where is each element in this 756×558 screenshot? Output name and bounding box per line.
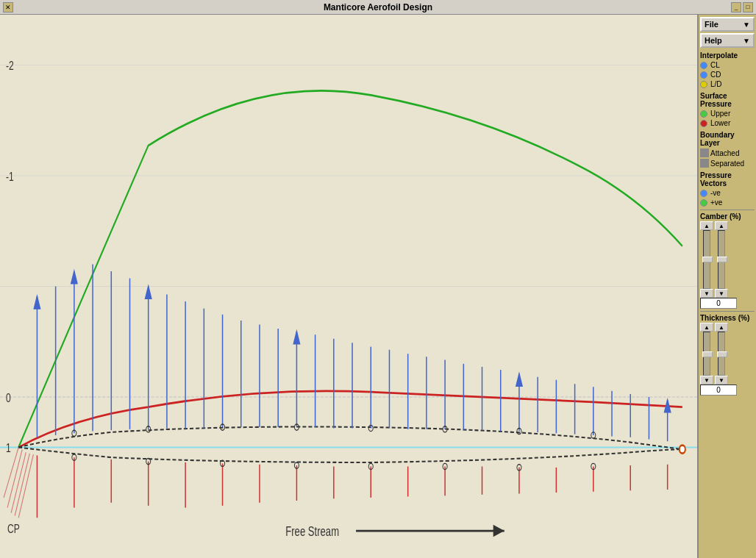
thickness-control: ▲ ▼ ▲ ▼ xyxy=(700,323,755,384)
interpolate-section-label: Interpolate xyxy=(700,51,755,60)
canvas-area: -2 -1 0 1 CP xyxy=(0,15,697,558)
thickness-value-input[interactable] xyxy=(700,384,737,396)
boundary-layer-label: Boundary Layer xyxy=(700,131,755,147)
right-panel: File ▼ Help ▼ Interpolate CL CD L/D Surf… xyxy=(697,15,756,558)
cd-radio-dot xyxy=(700,71,707,79)
svg-point-78 xyxy=(680,446,685,454)
svg-text:Free Stream: Free Stream xyxy=(285,524,339,538)
neg-ve-radio-row: -ve xyxy=(700,189,755,197)
ld-radio-dot xyxy=(700,81,707,88)
svg-text:CP: CP xyxy=(7,522,20,535)
thickness-down-button2[interactable]: ▼ xyxy=(715,376,728,384)
camber-slider2[interactable] xyxy=(718,230,725,289)
separated-checkbox[interactable] xyxy=(700,159,709,168)
cd-radio-row: CD xyxy=(700,71,755,79)
separated-checkbox-row: Separated xyxy=(700,159,755,168)
svg-text:1: 1 xyxy=(6,442,11,455)
thickness-slider-area: ▲ ▼ xyxy=(700,323,713,384)
thickness-slider-track[interactable] xyxy=(703,332,710,376)
upper-radio-row: Upper xyxy=(700,110,755,118)
thickness-down-button[interactable]: ▼ xyxy=(700,376,713,384)
pressure-vectors-label: Pressure Vectors xyxy=(700,171,755,187)
ld-radio-row: L/D xyxy=(700,80,755,88)
camber-control: ▲ ▼ ▲ ▼ xyxy=(700,221,755,298)
lower-radio-row: Lower xyxy=(700,119,755,127)
help-button[interactable]: Help ▼ xyxy=(700,33,755,48)
camber-down-button[interactable]: ▼ xyxy=(700,289,713,298)
titlebar: ✕ Manticore Aerofoil Design _ □ xyxy=(0,0,756,15)
upper-radio-dot xyxy=(700,110,707,118)
attached-checkbox[interactable] xyxy=(700,149,709,157)
maximize-button[interactable]: □ xyxy=(743,2,753,12)
camber-value-input[interactable] xyxy=(700,298,737,309)
pos-ve-radio-row: +ve xyxy=(700,198,755,207)
camber-label: Camber (%) xyxy=(700,212,755,221)
camber-slider-area: ▲ ▼ xyxy=(700,221,713,298)
thickness-up-button[interactable]: ▲ xyxy=(700,323,713,332)
svg-text:-2: -2 xyxy=(6,59,14,72)
app-title: Manticore Aerofoil Design xyxy=(324,2,432,12)
surface-pressure-label: Surface Pressure xyxy=(700,92,755,108)
svg-text:-1: -1 xyxy=(6,170,14,183)
neg-ve-dot xyxy=(700,190,707,197)
lower-radio-dot xyxy=(700,120,707,127)
minimize-button[interactable]: _ xyxy=(731,2,741,12)
camber-slider-track[interactable] xyxy=(703,230,710,289)
camber-up-button2[interactable]: ▲ xyxy=(715,221,728,230)
cl-radio-row: CL xyxy=(700,61,755,69)
thickness-slider2[interactable] xyxy=(718,332,725,376)
thickness-label: Thickness (%) xyxy=(700,314,755,322)
close-button[interactable]: ✕ xyxy=(3,2,13,12)
cl-radio-dot xyxy=(700,62,707,69)
file-button[interactable]: File ▼ xyxy=(700,17,755,32)
camber-up-button[interactable]: ▲ xyxy=(700,221,713,230)
thickness-up-button2[interactable]: ▲ xyxy=(715,323,728,332)
aerofoil-visualization: -2 -1 0 1 CP xyxy=(0,15,697,558)
camber-down-button2[interactable]: ▼ xyxy=(715,289,728,298)
attached-checkbox-row: Attached xyxy=(700,149,755,157)
svg-text:0: 0 xyxy=(6,391,11,404)
pos-ve-dot xyxy=(700,199,707,207)
